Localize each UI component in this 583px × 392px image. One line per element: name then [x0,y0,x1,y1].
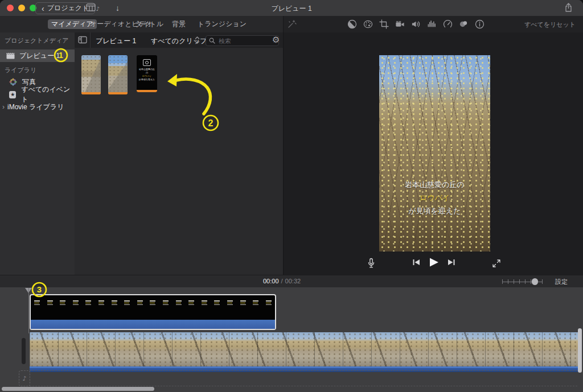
media-browser: 岩本山慈愛の丘の ロウバイ が見頃を迎えた [75,48,283,275]
browser-toolbar: プレビュー 1 すべてのクリップ ⚙ [75,32,283,48]
music-note-icon: ♪ [22,375,26,382]
timeline-title-clip[interactable] [30,294,276,330]
timeline-scroll-pill[interactable] [22,338,26,364]
current-time: 00:00 [263,278,279,284]
title-clip-thumbnail[interactable]: 岩本山慈愛の丘の ロウバイ が見頃を迎えた [137,55,157,92]
clip-filter-icon[interactable] [459,19,469,29]
stabilization-icon[interactable] [395,19,405,29]
timeline-zoom-slider[interactable] [502,278,543,285]
tab-titles[interactable]: タイトル [132,19,167,29]
time-display: 00:00 / 00:32 [263,278,301,284]
tab-transitions[interactable]: トランジション [194,19,250,29]
sidebar-item-imovie-library[interactable]: › iMovie ライブラリ [0,101,75,113]
sidebar-item-label: iMovie ライブラリ [7,102,64,112]
viewer-panel: 岩本山慈愛の丘の ロウバイ が見頃を迎えた [283,32,583,275]
star-icon: ★ [9,91,16,98]
noise-reduction-icon[interactable] [427,19,437,29]
speed-icon[interactable] [443,19,453,29]
timeline-vertical-scrollbar[interactable] [578,328,582,373]
timeline-video-clip[interactable] [30,332,578,366]
filter-chevrons-icon[interactable] [195,36,200,47]
clip-thumbnail-1[interactable] [81,55,101,94]
playback-controls [284,255,583,273]
sidebar: プロジェクトメディア プレビュー 1 ライブラリ [0,32,75,275]
viewer-adjustbar: すべてをリセット [283,16,583,32]
video-preview[interactable]: 岩本山慈愛の丘の ロウバイ が見頃を迎えた [379,55,490,251]
skip-to-start-button[interactable] [412,258,421,266]
crop-icon[interactable] [379,19,389,29]
title-clip-frames [34,300,272,302]
background-music-well[interactable]: ♪ [19,370,30,386]
gear-icon[interactable]: ⚙ [272,35,280,45]
overlay-line-3: が見頃を迎えた [379,207,490,215]
color-correction-icon[interactable] [363,19,373,29]
total-time: 00:32 [285,278,301,284]
clip-info-icon[interactable] [475,19,485,29]
library-header: ライブラリ [5,66,36,75]
playhead-line [28,288,29,333]
auto-enhance-wand-icon[interactable] [287,19,297,29]
search-field[interactable] [206,35,279,46]
zoom-slider-thumb[interactable] [532,278,538,285]
photos-flower-icon [9,78,17,86]
window-title: プレビュー 1 [271,4,311,14]
back-button-label: プロジェクト [47,3,89,13]
background-music-track[interactable] [30,370,577,386]
tab-backgrounds[interactable]: 背景 [169,19,189,29]
adjust-icons-row [347,19,485,29]
play-button[interactable] [428,257,440,267]
sidebar-item-all-events[interactable]: ★ すべてのイベント [0,88,75,101]
clip-duration-bar [108,92,128,94]
clapperboard-icon [6,52,15,59]
media-tabbar: マイメディア オーディオとビデオ タイトル 背景 トランジション [0,16,283,32]
skip-to-end-button[interactable] [447,258,455,266]
download-icon[interactable]: ↓ [116,3,120,13]
timeline-toolbar: 00:00 / 00:32 設定 [0,275,583,288]
sidebar-toggle-icon[interactable] [78,36,87,46]
toolbar-divider [90,32,91,48]
overlay-line-1: 岩本山慈愛の丘の [379,180,490,189]
timeline-horizontal-scrollbar[interactable] [2,387,154,391]
fullscreen-icon[interactable] [492,259,501,270]
camera-icon [143,59,151,66]
color-balance-icon[interactable] [347,19,357,29]
volume-icon[interactable] [411,19,421,29]
reset-all-button[interactable]: すべてをリセット [524,20,576,29]
title-clip-audio-bar[interactable] [31,320,275,329]
sidebar-item-label: プレビュー 1 [19,51,60,61]
imovie-window: ‹ プロジェクト ♪ ↓ プレビュー 1 マイメディア オーディオとビデオ タイ… [0,0,583,392]
search-input[interactable] [217,37,276,45]
search-icon [209,38,215,44]
close-window-button[interactable] [7,5,14,11]
title-clip-mini-text: 岩本山慈愛の丘の ロウバイ が見頃を迎えた [138,68,156,81]
minimize-window-button[interactable] [18,5,25,11]
clip-thumbnail-2[interactable] [108,55,128,94]
voiceover-mic-icon[interactable] [367,258,376,271]
clip-duration-bar [81,92,101,94]
timeline-settings-button[interactable]: 設定 [555,278,568,286]
back-chevron-icon: ‹ [42,5,44,12]
sidebar-item-project-preview1[interactable]: プレビュー 1 [0,49,75,62]
disclosure-chevron-icon[interactable]: › [2,103,5,111]
time-separator: / [281,278,283,284]
media-library-icon[interactable]: ♪ [86,3,100,15]
title-overlay: 岩本山慈愛の丘の ロウバイ が見頃を迎えた [379,176,490,220]
overlay-line-2: ロウバイ [379,193,490,202]
browser-title: プレビュー 1 [96,36,136,46]
project-media-header: プロジェクトメディア [5,36,69,45]
svg-text:♪: ♪ [96,6,100,12]
clip-duration-bar [137,90,157,92]
timeline: ♪ [0,287,583,392]
titlebar: ‹ プロジェクト ♪ ↓ プレビュー 1 [0,0,583,16]
share-icon[interactable] [564,3,573,15]
